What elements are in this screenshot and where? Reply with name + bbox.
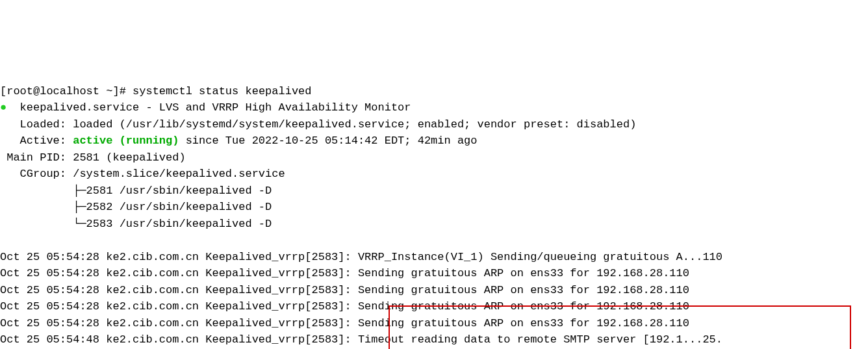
log-line: Oct 25 05:54:28 ke2.cib.com.cn Keepalive… — [0, 284, 689, 296]
log-line: Oct 25 05:54:28 ke2.cib.com.cn Keepalive… — [0, 317, 689, 330]
active-status: active (running) — [73, 135, 179, 147]
process-tree-item: └─2583 /usr/sbin/keepalived -D — [0, 218, 272, 230]
status-dot-icon: ● — [0, 101, 6, 114]
process-tree-item: ├─2581 /usr/sbin/keepalived -D — [0, 185, 272, 197]
terminal-output: [root@localhost ~]# systemctl status kee… — [0, 66, 868, 349]
cgroup-line: CGroup: /system.slice/keepalived.service — [0, 168, 285, 180]
active-label: Active: — [0, 135, 73, 147]
shell-prompt: [root@localhost ~]# — [0, 85, 133, 97]
loaded-line: Loaded: loaded (/usr/lib/systemd/system/… — [0, 118, 636, 131]
active-since: since Tue 2022-10-25 05:14:42 EDT; 42min… — [179, 135, 477, 147]
log-line: Oct 25 05:54:48 ke2.cib.com.cn Keepalive… — [0, 333, 722, 346]
log-line: Oct 25 05:54:28 ke2.cib.com.cn Keepalive… — [0, 251, 722, 263]
process-tree-item: ├─2582 /usr/sbin/keepalived -D — [0, 201, 272, 213]
main-pid-line: Main PID: 2581 (keepalived) — [0, 151, 186, 164]
command: systemctl status keepalived — [133, 85, 311, 97]
log-line: Oct 25 05:54:28 ke2.cib.com.cn Keepalive… — [0, 267, 689, 279]
service-name-line: keepalived.service - LVS and VRRP High A… — [6, 101, 411, 114]
log-line: Oct 25 05:54:28 ke2.cib.com.cn Keepalive… — [0, 300, 689, 313]
